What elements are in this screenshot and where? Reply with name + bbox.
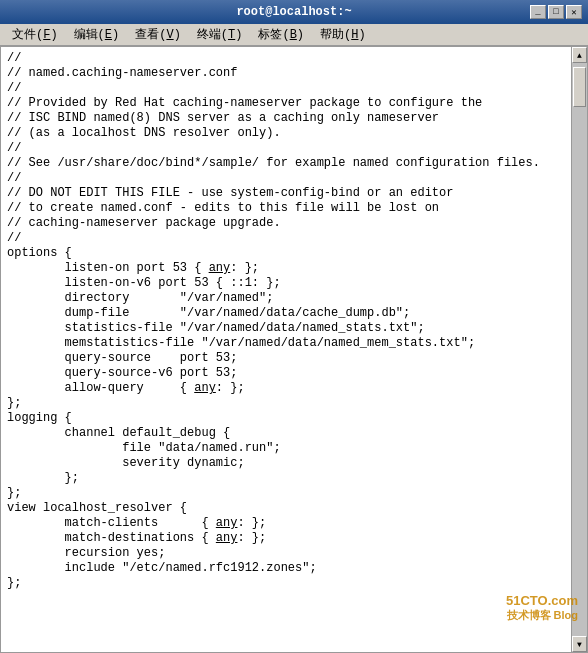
minimize-button[interactable]: _ xyxy=(530,5,546,19)
terminal-content[interactable]: // // named.caching-nameserver.conf // /… xyxy=(1,47,571,652)
menu-edit[interactable]: 编辑(E) xyxy=(66,24,128,45)
watermark: 51CTO.com 技术博客 Blog xyxy=(506,593,578,623)
watermark-line1: 51CTO.com xyxy=(506,593,578,608)
menu-terminal[interactable]: 终端(T) xyxy=(189,24,251,45)
menu-file[interactable]: 文件(F) xyxy=(4,24,66,45)
menu-help[interactable]: 帮助(H) xyxy=(312,24,374,45)
maximize-button[interactable]: □ xyxy=(548,5,564,19)
title-bar: root@localhost:~ _ □ ✕ xyxy=(0,0,588,24)
menu-bar: 文件(F) 编辑(E) 查看(V) 终端(T) 标签(B) 帮助(H) xyxy=(0,24,588,46)
scrollbar-thumb[interactable] xyxy=(573,67,586,107)
watermark-line2: 技术博客 Blog xyxy=(506,608,578,623)
title-bar-controls: _ □ ✕ xyxy=(530,5,582,19)
scroll-up-button[interactable]: ▲ xyxy=(572,47,587,63)
scrollbar[interactable]: ▲ ▼ xyxy=(571,47,587,652)
menu-tabs[interactable]: 标签(B) xyxy=(250,24,312,45)
terminal-container: // // named.caching-nameserver.conf // /… xyxy=(0,46,588,653)
scrollbar-track[interactable] xyxy=(572,63,587,636)
scroll-down-button[interactable]: ▼ xyxy=(572,636,587,652)
close-button[interactable]: ✕ xyxy=(566,5,582,19)
menu-view[interactable]: 查看(V) xyxy=(127,24,189,45)
window-title: root@localhost:~ xyxy=(58,5,530,19)
